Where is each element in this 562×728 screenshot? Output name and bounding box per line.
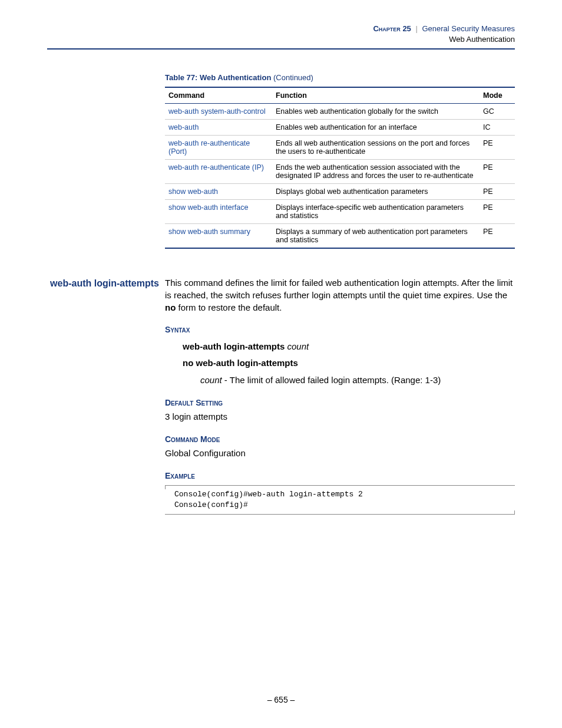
col-header-command: Command	[165, 87, 272, 104]
command-description: This command defines the limit for faile…	[165, 277, 515, 515]
table-row: web-auth re-authenticate (Port) Ends all…	[165, 136, 515, 160]
syntax-label: Syntax	[165, 324, 515, 335]
example-code-block: Console(config)#web-auth login-attempts …	[165, 485, 515, 515]
page-footer: – 655 –	[0, 695, 562, 704]
mode-cell: GC	[480, 104, 515, 120]
header-rule	[47, 48, 515, 50]
page-number: – 655 –	[267, 695, 295, 704]
command-mode-label: Command Mode	[165, 434, 515, 445]
table-row: show web-auth Displays global web authen…	[165, 184, 515, 200]
col-header-mode: Mode	[480, 87, 515, 104]
command-link[interactable]: show web-auth interface	[168, 203, 249, 212]
default-setting-value: 3 login attempts	[165, 411, 515, 423]
content-column: Table 77: Web Authentication (Continued)…	[165, 73, 515, 515]
mode-cell: PE	[480, 136, 515, 160]
command-detail: web-auth login-attempts This command def…	[165, 277, 515, 515]
function-cell: Displays global web authentication param…	[272, 184, 480, 200]
function-cell: Displays interface-specific web authenti…	[272, 200, 480, 224]
desc-text-post: form to restore the default.	[176, 302, 282, 312]
syntax-line-2-bold: no web-auth login-attempts	[183, 358, 298, 368]
mode-cell: IC	[480, 120, 515, 136]
example-label: Example	[165, 470, 515, 482]
table-row: show web-auth summary Displays a summary…	[165, 224, 515, 249]
command-mode-value: Global Configuration	[165, 447, 515, 460]
param-description: - The limit of allowed failed login atte…	[222, 375, 441, 385]
table-row: show web-auth interface Displays interfa…	[165, 200, 515, 224]
function-cell: Ends the web authentication session asso…	[272, 160, 480, 184]
chapter-label: Chapter 25	[373, 24, 411, 33]
desc-text-pre: This command defines the limit for faile…	[165, 278, 513, 300]
table-header-row: Command Function Mode	[165, 87, 515, 104]
desc-text-bold: no	[165, 302, 176, 312]
subsection-title: Web Authentication	[47, 34, 515, 45]
command-link[interactable]: show web-auth summary	[168, 228, 250, 236]
command-table: Command Function Mode web-auth system-au…	[165, 87, 515, 249]
table-caption-prefix: Table 77: Web Authentication	[165, 73, 271, 82]
command-link[interactable]: show web-auth	[168, 187, 218, 196]
table-row: web-auth re-authenticate (IP) Ends the w…	[165, 160, 515, 184]
syntax-line-1-bold: web-auth login-attempts	[183, 341, 285, 351]
running-header: Chapter 25 | General Security Measures W…	[47, 24, 515, 45]
command-name-heading: web-auth login-attempts	[47, 277, 159, 290]
section-title: General Security Measures	[422, 24, 515, 33]
command-link[interactable]: web-auth re-authenticate (IP)	[168, 163, 264, 172]
mode-cell: PE	[480, 200, 515, 224]
mode-cell: PE	[480, 160, 515, 184]
table-caption-suffix: (Continued)	[271, 73, 313, 82]
mode-cell: PE	[480, 224, 515, 249]
command-link[interactable]: web-auth system-auth-control	[168, 107, 266, 116]
table-row: web-auth Enables web authentication for …	[165, 120, 515, 136]
page: Chapter 25 | General Security Measures W…	[0, 0, 562, 728]
function-cell: Ends all web authentication sessions on …	[272, 136, 480, 160]
table-caption: Table 77: Web Authentication (Continued)	[165, 73, 515, 82]
default-setting-label: Default Setting	[165, 397, 515, 409]
function-cell: Enables web authentication for an interf…	[272, 120, 480, 136]
table-row: web-auth system-auth-control Enables web…	[165, 104, 515, 120]
mode-cell: PE	[480, 184, 515, 200]
command-link[interactable]: web-auth re-authenticate (Port)	[168, 139, 250, 156]
function-cell: Enables web authentication globally for …	[272, 104, 480, 120]
syntax-line-1-italic: count	[287, 341, 309, 351]
param-name: count	[200, 375, 222, 385]
header-separator: |	[413, 24, 419, 33]
command-link[interactable]: web-auth	[168, 123, 199, 131]
col-header-function: Function	[272, 87, 480, 104]
function-cell: Displays a summary of web authentication…	[272, 224, 480, 249]
syntax-block: web-auth login-attempts count no web-aut…	[183, 341, 515, 387]
